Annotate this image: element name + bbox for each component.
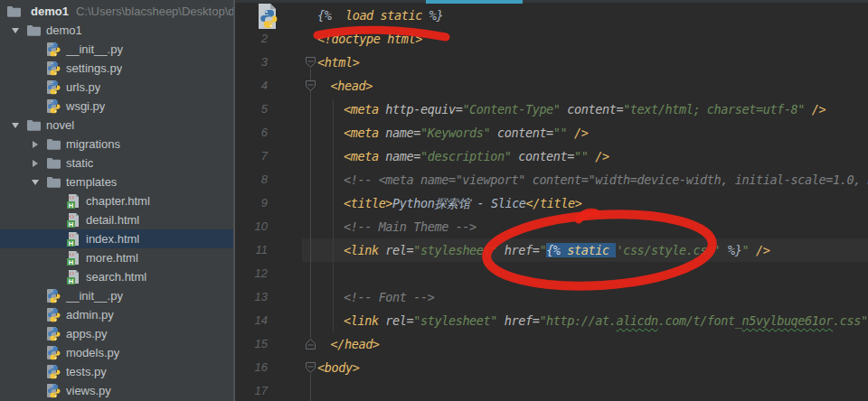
line-number-7[interactable]: 7 (235, 145, 268, 168)
fold-marker-up-icon[interactable] (305, 338, 316, 350)
tree-item-index-html[interactable]: Hindex.html (0, 229, 233, 248)
code-line-11[interactable]: <link rel="stylesheet" href="{% static '… (344, 238, 769, 262)
code-token: "http://at. (539, 313, 616, 328)
chevron-spacer (25, 362, 45, 381)
code-token: load static (345, 8, 422, 23)
line-number-13[interactable]: 13 (235, 285, 268, 309)
fold-marker-down-icon[interactable] (305, 361, 316, 374)
code-token: .com/t/font_ (658, 313, 742, 328)
code-token: <body> (317, 360, 359, 375)
code-token: http-equiv= (379, 102, 463, 117)
line-number-15[interactable]: 15 (235, 332, 268, 356)
code-line-10[interactable]: <!-- Main Theme --> (344, 215, 476, 238)
line-number-5[interactable]: 5 (235, 98, 268, 121)
code-token: "stylesheet" (413, 243, 497, 257)
line-number-16[interactable]: 16 (235, 356, 268, 379)
chevron-spacer (25, 343, 45, 362)
code-line-15[interactable]: </head> (331, 332, 380, 356)
chevron-down-icon[interactable] (25, 173, 45, 191)
tree-item-urls-py[interactable]: urls.py (0, 78, 233, 97)
chevron-down-icon[interactable] (5, 116, 25, 135)
tree-item-label: index.html (86, 232, 139, 246)
tree-item-admin-py[interactable]: admin.py (0, 305, 233, 324)
chevron-spacer (45, 267, 65, 286)
line-number-3[interactable]: 3 (235, 51, 268, 74)
code-token: <meta (344, 126, 379, 140)
chevron-right-icon[interactable] (25, 135, 45, 154)
line-number-17[interactable]: 17 (235, 379, 268, 401)
chevron-spacer (45, 191, 65, 210)
editor-tab-strip (235, 0, 868, 3)
chevron-spacer (45, 210, 65, 229)
svg-text:H: H (69, 277, 73, 284)
tree-item-views-py[interactable]: views.py (0, 381, 233, 400)
code-line-5[interactable]: <meta http-equiv="Content-Type" content=… (344, 98, 826, 121)
project-root-path: C:\Users\blacsheep\Desktop\de (76, 5, 233, 18)
tree-item-chapter-html[interactable]: Hchapter.html (0, 191, 233, 210)
tree-item--init-py[interactable]: __init__.py (0, 40, 233, 59)
code-line-1[interactable]: {% load static %} (317, 4, 443, 27)
python-file-icon (45, 383, 61, 398)
tree-item-models-py[interactable]: models.py (0, 343, 233, 362)
code-token: Python探索馆 - Slice (392, 196, 526, 210)
tree-item-label: tests.py (66, 365, 107, 378)
code-line-8[interactable]: <!-- <meta name="viewport" content="widt… (344, 168, 868, 191)
line-number-10[interactable]: 10 (235, 215, 268, 238)
tree-item-migrations[interactable]: migrations (0, 135, 233, 154)
code-token: name= (379, 149, 420, 163)
tree-item-label: settings.py (66, 61, 122, 75)
tree-item--init-py[interactable]: __init__.py (0, 286, 233, 305)
chevron-down-icon[interactable] (5, 21, 25, 40)
line-number-14[interactable]: 14 (235, 309, 268, 332)
tree-item-wsgi-py[interactable]: wsgi.py (0, 97, 233, 116)
code-line-2[interactable]: <!doctype html> (317, 27, 422, 51)
tree-item-search-html[interactable]: Hsearch.html (0, 267, 233, 286)
fold-marker-down-icon[interactable] (305, 56, 316, 69)
tree-item-tests-py[interactable]: tests.py (0, 362, 233, 381)
line-number-11[interactable]: 11 (235, 238, 268, 262)
python-file-icon (45, 326, 61, 341)
html-file-icon: H (65, 212, 81, 228)
tree-item-demo1[interactable]: demo1 (0, 21, 233, 40)
code-token: /> (589, 149, 609, 163)
editor-panel[interactable]: 1234567891011121314151617 {% load static… (235, 0, 868, 401)
tree-item-label: more.html (86, 251, 138, 265)
tree-item-settings-py[interactable]: settings.py (0, 59, 233, 78)
tree-item-label: __init__.py (66, 289, 123, 303)
tree-item-more-html[interactable]: Hmore.html (0, 248, 233, 267)
code-line-6[interactable]: <meta name="Keywords" content="" /> (344, 121, 589, 145)
line-number-8[interactable]: 8 (235, 168, 268, 191)
code-line-14[interactable]: <link rel="stylesheet" href="http://at.a… (344, 309, 868, 332)
code-token: </title> (526, 196, 582, 210)
tree-item-static[interactable]: static (0, 154, 233, 173)
code-line-9[interactable]: <title>Python探索馆 - Slice</title> (344, 191, 581, 215)
svg-text:H: H (69, 201, 73, 209)
line-number-6[interactable]: 6 (235, 121, 268, 145)
line-number-12[interactable]: 12 (235, 262, 268, 285)
python-file-icon (45, 307, 61, 322)
fold-marker-down-icon[interactable] (305, 79, 316, 92)
tree-item-novel[interactable]: novel (0, 116, 233, 135)
code-token: rel= (379, 243, 414, 257)
html-file-icon: H (65, 250, 81, 266)
python-file-icon (45, 42, 61, 57)
line-number-9[interactable]: 9 (235, 191, 268, 215)
python-file-icon (45, 98, 61, 114)
code-line-16[interactable]: <body> (317, 356, 359, 379)
folder-icon (45, 136, 61, 152)
tree-item-label: views.py (66, 384, 111, 397)
line-number-4[interactable]: 4 (235, 74, 268, 98)
code-line-3[interactable]: <html> (317, 51, 359, 74)
tree-item-templates[interactable]: templates (0, 173, 233, 191)
code-line-4[interactable]: <head> (331, 74, 373, 98)
python-file-icon (255, 3, 280, 33)
chevron-right-icon[interactable] (25, 154, 45, 173)
html-file-icon: H (65, 193, 81, 209)
tree-item-apps-py[interactable]: apps.py (0, 324, 233, 343)
code-token: <title> (344, 196, 392, 210)
code-token: "" (553, 126, 567, 140)
code-line-7[interactable]: <meta name="description" content="" /> (344, 145, 609, 168)
tree-item-project-root[interactable]: demo1 C:\Users\blacsheep\Desktop\de (0, 2, 233, 21)
tree-item-detail-html[interactable]: Hdetail.html (0, 210, 233, 229)
code-line-13[interactable]: <!-- Font --> (344, 285, 434, 309)
